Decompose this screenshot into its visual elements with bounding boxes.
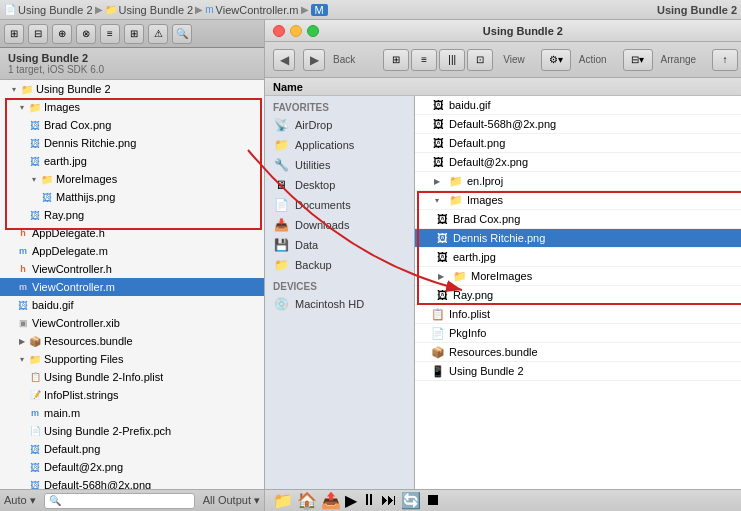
sidebar-item-data[interactable]: 💾 Data xyxy=(265,235,414,255)
finder-icon-6[interactable]: ⏭ xyxy=(381,491,397,510)
file-tree: ▾ 📁 Using Bundle 2 ▾ 📁 Images 🖼 Brad Cox… xyxy=(0,80,264,489)
folder-icon-images: 📁 xyxy=(28,100,42,114)
path-bar: 📄 Using Bundle 2 ▶ 📁 Using Bundle 2 ▶ m … xyxy=(0,0,741,20)
arrange-button[interactable]: ⊟▾ xyxy=(623,49,653,71)
tree-item-root[interactable]: ▾ 📁 Using Bundle 2 xyxy=(0,80,264,98)
finder-file-usingbundle2[interactable]: 📱 Using Bundle 2 xyxy=(415,362,741,381)
image-icon-default2x: 🖼 xyxy=(28,460,42,474)
xcode-nav-btn-8[interactable]: 🔍 xyxy=(172,24,192,44)
tree-item-prefixpch[interactable]: 📄 Using Bundle 2-Prefix.pch xyxy=(0,422,264,440)
back-button[interactable]: ◀ xyxy=(273,49,295,71)
file-icon-usingbundle2: 📱 xyxy=(431,365,445,378)
tree-item-ray[interactable]: 🖼 Ray.png xyxy=(0,206,264,224)
tree-item-vcxib[interactable]: ▣ ViewController.xib xyxy=(0,314,264,332)
finder-file-dennis[interactable]: 🖼 Dennis Ritchie.png xyxy=(415,229,741,248)
finder-file-pkginfo[interactable]: 📄 PkgInfo xyxy=(415,324,741,343)
file-icon-default2x: 🖼 xyxy=(431,156,445,168)
folder-icon-moreimages: 📁 xyxy=(40,172,54,186)
sidebar-item-applications[interactable]: 📁 Applications xyxy=(265,135,414,155)
finder-file-images-folder[interactable]: ▾ 📁 Images xyxy=(415,191,741,210)
xcode-nav-btn-7[interactable]: ⚠ xyxy=(148,24,168,44)
finder-file-moreimages[interactable]: ▶ 📁 MoreImages xyxy=(415,267,741,286)
xcode-nav-btn-4[interactable]: ⊗ xyxy=(76,24,96,44)
finder-icon-3[interactable]: 📤 xyxy=(321,491,341,510)
tree-item-default568h[interactable]: 🖼 Default-568h@2x.png xyxy=(0,476,264,489)
tree-item-images[interactable]: ▾ 📁 Images xyxy=(0,98,264,116)
xcode-nav-btn-6[interactable]: ⊞ xyxy=(124,24,144,44)
finder-icon-4[interactable]: ▶ xyxy=(345,491,357,510)
finder-icon-2[interactable]: 🏠 xyxy=(297,491,317,510)
zoom-button[interactable] xyxy=(307,25,319,37)
view-coverflow-btn[interactable]: ⊡ xyxy=(467,49,493,71)
tree-item-info-plist[interactable]: 📋 Using Bundle 2-Info.plist xyxy=(0,368,264,386)
tree-item-dennis[interactable]: 🖼 Dennis Ritchie.png xyxy=(0,134,264,152)
finder-window: Using Bundle 2 ◀ ▶ Back ⊞ ≡ ||| ⊡ View ⚙… xyxy=(265,20,741,511)
finder-file-earth[interactable]: 🖼 earth.jpg xyxy=(415,248,741,267)
tree-item-moreimages[interactable]: ▾ 📁 MoreImages xyxy=(0,170,264,188)
source-icon-viewcontrollerm: m xyxy=(16,280,30,294)
finder-icon-5[interactable]: ⏸ xyxy=(361,491,377,510)
sidebar-item-macintoshhd[interactable]: 💿 Macintosh HD xyxy=(265,294,414,314)
finder-file-baidu[interactable]: 🖼 baidu.gif xyxy=(415,96,741,115)
tree-item-baidu[interactable]: 🖼 baidu.gif xyxy=(0,296,264,314)
tree-item-default2x[interactable]: 🖼 Default@2x.png xyxy=(0,458,264,476)
name-column-header[interactable]: Name xyxy=(265,78,741,95)
sidebar-label-applications: Applications xyxy=(295,139,354,151)
xcode-nav-btn-2[interactable]: ⊟ xyxy=(28,24,48,44)
tree-item-supportingfiles[interactable]: ▾ 📁 Supporting Files xyxy=(0,350,264,368)
file-icon-resourcesbundle-finder: 📦 xyxy=(431,346,445,359)
close-button[interactable] xyxy=(273,25,285,37)
action-button[interactable]: ⚙▾ xyxy=(541,49,571,71)
tree-item-brad[interactable]: 🖼 Brad Cox.png xyxy=(0,116,264,134)
source-icon-appdelegatem: m xyxy=(16,244,30,258)
forward-button[interactable]: ▶ xyxy=(303,49,325,71)
image-icon-matthijs: 🖼 xyxy=(40,190,54,204)
finder-bottom-bar: 📁 🏠 📤 ▶ ⏸ ⏭ 🔄 ⏹ xyxy=(265,489,741,511)
finder-file-enlproj[interactable]: ▶ 📁 en.lproj xyxy=(415,172,741,191)
finder-icon-1[interactable]: 📁 xyxy=(273,491,293,510)
share-button[interactable]: ↑ xyxy=(712,49,738,71)
path-text-3[interactable]: ViewController.m xyxy=(216,4,299,16)
finder-icon-7[interactable]: 🔄 xyxy=(401,491,421,510)
finder-file-ray[interactable]: 🖼 Ray.png xyxy=(415,286,741,305)
tree-item-infopliststrings[interactable]: 📝 InfoPlist.strings xyxy=(0,386,264,404)
finder-file-default568h[interactable]: 🖼 Default-568h@2x.png xyxy=(415,115,741,134)
sidebar-label-airdrop: AirDrop xyxy=(295,119,332,131)
disclosure-moreimages-finder: ▶ xyxy=(435,270,447,282)
tree-label-vcxib: ViewController.xib xyxy=(32,317,120,329)
xcode-nav-btn-1[interactable]: ⊞ xyxy=(4,24,24,44)
finder-icon-8[interactable]: ⏹ xyxy=(425,491,441,510)
view-column-btn[interactable]: ||| xyxy=(439,49,465,71)
sidebar-item-desktop[interactable]: 🖥 Desktop xyxy=(265,175,414,195)
xcode-nav-btn-5[interactable]: ≡ xyxy=(100,24,120,44)
tree-item-resourcesbundle[interactable]: ▶ 📦 Resources.bundle xyxy=(0,332,264,350)
action-label: Action xyxy=(579,54,607,65)
view-list-btn[interactable]: ≡ xyxy=(411,49,437,71)
finder-file-resourcesbundle[interactable]: 📦 Resources.bundle xyxy=(415,343,741,362)
sidebar-label-macintoshhd: Macintosh HD xyxy=(295,298,364,310)
tree-item-defaultpng[interactable]: 🖼 Default.png xyxy=(0,440,264,458)
minimize-button[interactable] xyxy=(290,25,302,37)
path-segment-2: 📁 Using Bundle 2 xyxy=(105,4,194,16)
tree-item-appdelegatem[interactable]: m AppDelegate.m xyxy=(0,242,264,260)
tree-item-viewcontrollerm[interactable]: m ViewController.m xyxy=(0,278,264,296)
finder-file-infoplist[interactable]: 📋 Info.plist xyxy=(415,305,741,324)
tree-item-viewcontrollerh[interactable]: h ViewController.h xyxy=(0,260,264,278)
tree-item-earth[interactable]: 🖼 earth.jpg xyxy=(0,152,264,170)
tree-item-matthijs[interactable]: 🖼 Matthijs.png xyxy=(0,188,264,206)
tree-item-appdelegateh[interactable]: h AppDelegate.h xyxy=(0,224,264,242)
finder-file-brad[interactable]: 🖼 Brad Cox.png xyxy=(415,210,741,229)
sidebar-item-downloads[interactable]: 📥 Downloads xyxy=(265,215,414,235)
tree-item-mainm[interactable]: m main.m xyxy=(0,404,264,422)
sidebar-item-airdrop[interactable]: 📡 AirDrop xyxy=(265,115,414,135)
finder-file-default2x[interactable]: 🖼 Default@2x.png xyxy=(415,153,741,172)
view-icon-btn[interactable]: ⊞ xyxy=(383,49,409,71)
path-text-1[interactable]: Using Bundle 2 xyxy=(18,4,93,16)
source-icon-mainm: m xyxy=(28,406,42,420)
finder-file-default[interactable]: 🖼 Default.png xyxy=(415,134,741,153)
xcode-nav-btn-3[interactable]: ⊕ xyxy=(52,24,72,44)
sidebar-item-backup[interactable]: 📁 Backup xyxy=(265,255,414,275)
path-text-2[interactable]: Using Bundle 2 xyxy=(119,4,194,16)
sidebar-item-utilities[interactable]: 🔧 Utilities xyxy=(265,155,414,175)
sidebar-item-documents[interactable]: 📄 Documents xyxy=(265,195,414,215)
